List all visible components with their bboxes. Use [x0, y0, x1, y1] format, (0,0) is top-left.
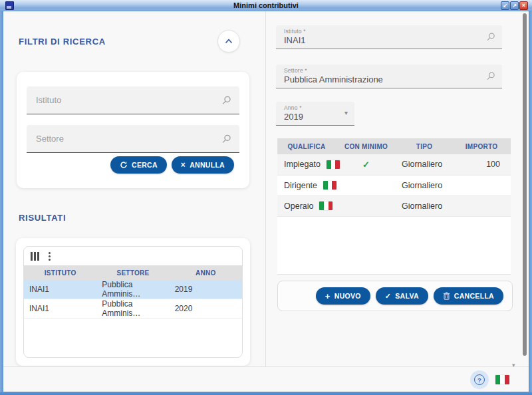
results-row-2020[interactable]: INAI1 Pubblica Amminis… 2020: [24, 299, 242, 319]
window-title: Minimi contributivi: [0, 0, 532, 11]
anno-label: Anno *: [284, 104, 302, 111]
results-grid: ISTITUTO SETTORE ANNO INAI1 Pubblica Amm…: [23, 246, 243, 358]
nuovo-button[interactable]: + NUOVO: [316, 287, 370, 305]
search-icon[interactable]: [485, 32, 495, 42]
results-col-istituto[interactable]: ISTITUTO: [24, 265, 96, 280]
qualifica-text: Impiegato: [284, 160, 321, 169]
actions-toolbar: + NUOVO ✓ SALVA CANCELLA: [277, 281, 513, 311]
istituto-label: Istituto *: [284, 28, 306, 35]
scrollbar-thumb[interactable]: [523, 13, 527, 356]
scroll-down-icon[interactable]: ▾: [512, 362, 515, 368]
italy-flag-icon: [327, 160, 340, 169]
italy-flag-icon: [319, 201, 332, 210]
qualifica-row-dirigente[interactable]: Dirigente Giornaliero: [277, 175, 511, 196]
content-area: FILTRI DI RICERCA: [3, 11, 529, 392]
istituto-filter-field: [27, 86, 239, 114]
settore-label: Settore *: [284, 67, 307, 74]
cell-anno: 2019: [170, 280, 242, 299]
cerca-label: CERCA: [132, 161, 158, 169]
filter-card: CERCA × ANNULLA: [17, 72, 249, 188]
cancella-label: CANCELLA: [454, 292, 494, 300]
annulla-button[interactable]: × ANNULLA: [172, 156, 234, 174]
col-tipo[interactable]: TIPO: [396, 138, 452, 154]
importo-text: 100: [452, 154, 511, 175]
importo-text: [452, 175, 511, 196]
chevron-up-icon: [223, 36, 234, 47]
results-toolbar: [24, 247, 242, 265]
language-flag-italy[interactable]: [495, 375, 509, 384]
settore-filter-input[interactable]: [36, 125, 215, 152]
plus-icon: +: [325, 291, 331, 301]
settore-value: Pubblica Amministrazione: [284, 74, 383, 84]
results-col-settore[interactable]: SETTORE: [96, 265, 169, 280]
cell-settore: Pubblica Amminis…: [96, 299, 169, 319]
search-icon[interactable]: [485, 71, 495, 81]
importo-text: [452, 196, 511, 216]
refresh-icon: [120, 161, 128, 169]
minimize-button[interactable]: ↙: [501, 1, 509, 10]
dropdown-caret-icon: ▾: [344, 109, 348, 116]
col-importo[interactable]: IMPORTO: [452, 138, 511, 154]
tipo-text: Giornaliero: [396, 154, 452, 175]
app-window: Minimi contributivi ↙ ↗ × FILTRI DI RICE…: [0, 0, 532, 395]
con-minimo-cell: [336, 175, 396, 196]
settore-detail-field[interactable]: Settore * Pubblica Amministrazione: [276, 65, 502, 88]
titlebar: Minimi contributivi ↙ ↗ ×: [0, 0, 532, 11]
maximize-icon: ↗: [512, 2, 517, 9]
results-heading: RISULTATI: [19, 213, 66, 223]
nuovo-label: NUOVO: [334, 292, 361, 300]
istituto-filter-input[interactable]: [36, 86, 215, 113]
window-border-right: [529, 11, 532, 395]
anno-value: 2019: [284, 112, 303, 122]
cancella-button[interactable]: CANCELLA: [434, 287, 503, 305]
con-minimo-cell: [336, 196, 396, 216]
results-row-2019[interactable]: INAI1 Pubblica Amminis… 2019: [24, 280, 242, 299]
qualifica-text: Dirigente: [284, 181, 317, 190]
columns-icon[interactable]: [31, 252, 39, 261]
salva-button[interactable]: ✓ SALVA: [376, 287, 428, 305]
italy-flag-icon: [323, 181, 336, 190]
istituto-detail-field[interactable]: Istituto * INAI1: [276, 25, 502, 49]
minimize-icon: ↙: [503, 2, 507, 9]
panel-divider: [265, 11, 266, 392]
qualifica-text: Operaio: [284, 201, 313, 211]
maximize-button[interactable]: ↗: [510, 1, 519, 10]
cell-settore: Pubblica Amminis…: [96, 280, 169, 299]
trash-icon: [443, 292, 450, 300]
check-icon: ✓: [385, 292, 392, 301]
results-col-anno[interactable]: ANNO: [170, 265, 242, 280]
collapse-filters-button[interactable]: [217, 30, 240, 53]
cerca-button[interactable]: CERCA: [110, 156, 167, 174]
close-icon: ×: [522, 2, 525, 9]
qualifica-row-operaio[interactable]: Operaio Giornaliero: [277, 196, 511, 216]
help-button[interactable]: ?: [470, 370, 489, 389]
salva-label: SALVA: [395, 292, 419, 300]
tipo-text: Giornaliero: [396, 196, 452, 216]
cross-icon: ×: [181, 160, 186, 170]
filters-heading: FILTRI DI RICERCA: [19, 37, 106, 47]
kebab-menu-icon[interactable]: [47, 251, 52, 262]
istituto-value: INAI1: [284, 35, 306, 45]
close-button[interactable]: ×: [519, 1, 528, 10]
cell-istituto: INAI1: [24, 299, 96, 319]
footer-bar: ?: [3, 366, 529, 392]
window-border-bottom: [0, 392, 532, 395]
help-icon: ?: [474, 374, 485, 385]
search-icon[interactable]: [221, 134, 231, 144]
col-qualifica[interactable]: QUALIFICA: [277, 138, 336, 154]
cell-anno: 2020: [170, 299, 242, 319]
settore-filter-field: [27, 125, 239, 153]
cell-istituto: INAI1: [24, 280, 96, 299]
qualifica-row-impiegato[interactable]: Impiegato ✓ Giornaliero 100: [277, 154, 511, 175]
annulla-label: ANNULLA: [190, 161, 225, 169]
results-card: ISTITUTO SETTORE ANNO INAI1 Pubblica Amm…: [16, 238, 250, 366]
tipo-text: Giornaliero: [396, 175, 452, 196]
col-con-minimo[interactable]: CON MINIMO: [336, 138, 396, 154]
qualifiche-table: QUALIFICA CON MINIMO TIPO IMPORTO Impieg…: [277, 138, 511, 275]
anno-select[interactable]: Anno * 2019 ▾: [276, 102, 354, 126]
search-icon[interactable]: [221, 95, 231, 106]
check-icon: ✓: [336, 154, 396, 175]
